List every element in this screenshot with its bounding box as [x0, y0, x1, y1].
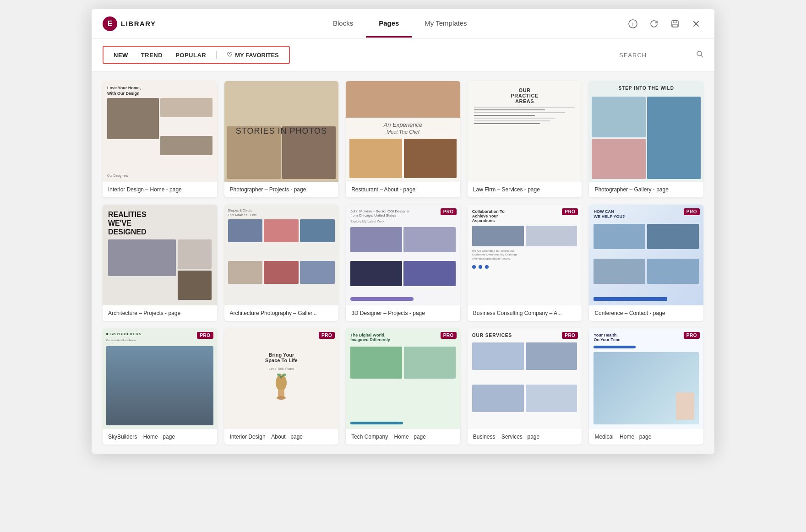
- card-thumb-health: PRO Your Health,On Your Time: [589, 328, 703, 429]
- card-label-photographer-gallery: Photographer – Gallery - page: [589, 182, 703, 197]
- library-title: LIBRARY: [121, 20, 156, 27]
- search-area: [619, 50, 703, 60]
- pro-badge-3d: PRO: [441, 208, 457, 215]
- card-label-business-consulting: Business Consulting Company – A...: [468, 305, 582, 321]
- heart-icon: ♡: [227, 51, 233, 59]
- card-label-3d-designer: 3D Designer – Projects - page: [346, 305, 460, 321]
- card-thumb-conference-contact: PRO HOW CANWE HELP YOU?: [589, 205, 703, 305]
- card-law-firm-services[interactable]: OURPRACTICEAREAS Law Firm – Se: [468, 81, 582, 197]
- card-our-services[interactable]: PRO OUR SERVICES Business – Services - p…: [468, 328, 582, 445]
- card-label-architecture-photography: Architecture Photography – Galler...: [224, 305, 339, 321]
- info-button[interactable]: i: [626, 16, 640, 31]
- card-thumb-photographer-projects: STORIES IN PHOTOS: [224, 81, 339, 182]
- card-label-space-design: Interior Design – About - page: [224, 429, 339, 445]
- filter-favorites[interactable]: ♡ MY FAVORITES: [221, 49, 284, 60]
- search-icon[interactable]: [696, 50, 703, 60]
- modal-header: E LIBRARY Blocks Pages My Templates i: [92, 9, 714, 38]
- filter-tab-trend[interactable]: TREND: [136, 50, 168, 60]
- pro-badge-skybuilders: PRO: [197, 332, 213, 339]
- refresh-button[interactable]: [647, 16, 661, 31]
- save-icon: [670, 19, 680, 28]
- filter-divider: [216, 51, 217, 59]
- pro-badge-business: PRO: [562, 208, 578, 215]
- card-photographer-gallery[interactable]: STEP INTO THE WILD Photographer – Galler…: [589, 81, 703, 197]
- filter-tab-new[interactable]: NEW: [108, 50, 134, 60]
- card-thumb-3d-designer: PRO John Mcwinn – Senior CGI Designerfro…: [346, 205, 460, 305]
- card-thumb-architecture-projects: REALITIESWE'VEDESIGNED: [103, 205, 217, 305]
- card-interior-design[interactable]: Love Your Home,With Our Design Our Desig…: [103, 81, 217, 197]
- app-logo: E LIBRARY: [103, 16, 156, 31]
- card-thumb-law-firm-services: OURPRACTICEAREAS: [468, 81, 582, 182]
- card-thumb-space-design: PRO Bring YourSpace To Life Let's Talk P…: [224, 328, 339, 429]
- close-icon: [692, 19, 701, 28]
- card-thumb-interior-design: Love Your Home,With Our Design Our Desig…: [103, 81, 217, 182]
- card-architecture-projects[interactable]: REALITIESWE'VEDESIGNED Architecture – Pr…: [103, 205, 217, 321]
- card-photographer-projects[interactable]: STORIES IN PHOTOS Photographer – Project…: [224, 81, 339, 197]
- filter-tabs-group: NEW TREND POPULAR ♡ MY FAVORITES: [103, 46, 290, 64]
- card-3d-designer[interactable]: PRO John Mcwinn – Senior CGI Designerfro…: [346, 205, 460, 321]
- card-space-design[interactable]: PRO Bring YourSpace To Life Let's Talk P…: [224, 328, 339, 445]
- card-conference-contact[interactable]: PRO HOW CANWE HELP YOU? Conference – Co: [589, 205, 703, 321]
- pro-badge-digital: PRO: [441, 332, 457, 339]
- info-icon: i: [628, 19, 637, 28]
- svg-point-11: [277, 396, 286, 400]
- svg-text:i: i: [632, 21, 634, 27]
- elementor-icon: E: [103, 16, 117, 31]
- header-tabs: Blocks Pages My Templates: [174, 10, 626, 38]
- card-architecture-photography[interactable]: Shapes & ColorsThat Make You Feel Archit…: [224, 205, 339, 321]
- filter-bar: NEW TREND POPULAR ♡ MY FAVORITES: [92, 38, 714, 72]
- card-thumb-photographer-gallery: STEP INTO THE WILD: [589, 81, 703, 182]
- library-modal: E LIBRARY Blocks Pages My Templates i: [92, 9, 714, 454]
- templates-grid: Love Your Home,With Our Design Our Desig…: [103, 81, 703, 445]
- card-skybuilders[interactable]: PRO ■ SKYBUILDERS Construction Excellenc…: [103, 328, 217, 445]
- card-thumb-digital-world: PRO The Digital World,Imagined Different…: [346, 328, 460, 429]
- refresh-icon: [649, 19, 659, 28]
- card-digital-world[interactable]: PRO The Digital World,Imagined Different…: [346, 328, 460, 445]
- pot-svg: [270, 374, 293, 406]
- filter-tab-popular[interactable]: POPULAR: [170, 50, 212, 60]
- templates-grid-area: Love Your Home,With Our Design Our Desig…: [92, 72, 714, 454]
- save-button[interactable]: [668, 16, 682, 31]
- card-thumb-architecture-photography: Shapes & ColorsThat Make You Feel: [224, 205, 339, 305]
- pro-badge-services: PRO: [562, 332, 578, 339]
- svg-line-8: [701, 55, 703, 57]
- card-business-consulting[interactable]: PRO Collaboration ToAchieve YourAspirati…: [468, 205, 582, 321]
- card-thumb-skybuilders: PRO ■ SKYBUILDERS Construction Excellenc…: [103, 328, 217, 429]
- svg-rect-4: [673, 24, 677, 27]
- card-label-photographer-projects: Photographer – Projects - page: [224, 182, 339, 197]
- card-label-skybuilders: SkyBuilders – Home - page: [103, 429, 217, 445]
- pro-badge-conference: PRO: [684, 208, 700, 215]
- card-label-restaurant-about: Restaurant – About - page: [346, 182, 460, 197]
- tab-pages[interactable]: Pages: [366, 10, 412, 38]
- card-health[interactable]: PRO Your Health,On Your Time Medical – H…: [589, 328, 703, 445]
- pro-badge-space: PRO: [319, 332, 335, 339]
- card-label-digital-world: Tech Company – Home - page: [346, 429, 460, 445]
- card-thumb-our-services: PRO OUR SERVICES: [468, 328, 582, 429]
- pro-badge-health: PRO: [684, 332, 700, 339]
- header-actions: i: [626, 16, 703, 31]
- card-label-health: Medical – Home - page: [589, 429, 703, 445]
- card-thumb-business-consulting: PRO Collaboration ToAchieve YourAspirati…: [468, 205, 582, 305]
- card-label-architecture-projects: Architecture – Projects - page: [103, 305, 217, 321]
- card-label-interior-design: Interior Design – Home - page: [103, 182, 217, 197]
- search-input[interactable]: [619, 52, 692, 59]
- card-label-our-services: Business – Services - page: [468, 429, 582, 445]
- card-restaurant-about[interactable]: An ExperienceMeet The Chef Restaurant – …: [346, 81, 460, 197]
- tab-my-templates[interactable]: My Templates: [412, 10, 479, 38]
- close-button[interactable]: [689, 16, 703, 31]
- card-thumb-restaurant-about: An ExperienceMeet The Chef: [346, 81, 460, 182]
- tab-blocks[interactable]: Blocks: [320, 10, 366, 38]
- card-label-conference-contact: Conference – Contact - page: [589, 305, 703, 321]
- card-label-law-firm-services: Law Firm – Services - page: [468, 182, 582, 197]
